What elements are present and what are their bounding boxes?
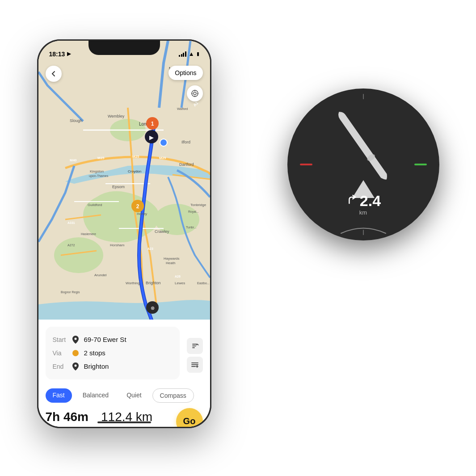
round-device-display: 2.4 km <box>287 88 439 240</box>
route-panel: Start 69-70 Ewer St Via 2 <box>38 320 210 427</box>
go-button[interactable]: Go <box>176 408 203 427</box>
end-label: End <box>53 363 71 370</box>
route-end-row: End Brighton <box>53 360 173 373</box>
svg-text:M25: M25 <box>159 156 166 160</box>
svg-text:A272: A272 <box>67 244 75 247</box>
end-value: Brighton <box>84 362 173 370</box>
turn-unit: km <box>345 209 381 216</box>
round-device: 2.4 km <box>287 88 439 240</box>
svg-point-58 <box>74 364 76 366</box>
tab-fast[interactable]: Fast <box>46 388 72 403</box>
svg-text:A331: A331 <box>67 221 75 224</box>
battery-icon: ▮ <box>197 51 199 57</box>
tab-quiet[interactable]: Quiet <box>119 388 148 403</box>
svg-text:Eastbo...: Eastbo... <box>197 282 210 285</box>
svg-text:Slough: Slough <box>70 118 82 123</box>
indicator-green <box>414 164 427 165</box>
add-waypoint-icon <box>191 361 199 369</box>
turn-distance: 2.4 <box>360 193 381 208</box>
home-indicator <box>97 421 151 423</box>
signal-icon <box>179 51 186 57</box>
indicator-red <box>300 164 312 165</box>
start-label: Start <box>53 336 71 343</box>
svg-text:A23: A23 <box>147 247 153 250</box>
svg-text:Tunbr...: Tunbr... <box>186 226 197 229</box>
chevron-left-icon <box>50 70 57 77</box>
svg-text:A26: A26 <box>175 275 181 278</box>
svg-point-51 <box>192 90 198 97</box>
route-duration: 7h 46m <box>46 410 89 424</box>
phone-notch <box>88 41 160 55</box>
route-via-row: Via 2 stops <box>53 346 173 360</box>
arc-indicator <box>337 221 390 234</box>
svg-text:Horsham: Horsham <box>110 243 125 247</box>
map-area[interactable]: M11 A1 M25 M25 M25 M40 Slough Wembley Lo… <box>38 41 210 327</box>
svg-text:Croydon: Croydon <box>128 169 141 173</box>
sort-button[interactable] <box>187 338 203 354</box>
wifi-icon: ▲ <box>189 51 194 57</box>
svg-text:M25: M25 <box>132 155 139 159</box>
svg-text:2: 2 <box>136 203 139 210</box>
svg-text:Epsom: Epsom <box>112 185 125 189</box>
route-sub-label: Fast route <box>83 426 109 427</box>
options-button[interactable]: Options <box>168 66 202 80</box>
svg-text:Bognor Regis: Bognor Regis <box>61 291 80 294</box>
turn-info: 2.4 km <box>345 193 381 216</box>
route-info-card: Start 69-70 Ewer St Via 2 <box>46 327 180 379</box>
svg-text:Lewes: Lewes <box>175 281 185 285</box>
svg-point-57 <box>72 350 79 356</box>
svg-text:▶: ▶ <box>149 134 154 141</box>
svg-text:Horley: Horley <box>137 212 147 216</box>
location-arrow-icon: ▶ <box>67 51 71 57</box>
bike-icon <box>46 426 58 427</box>
svg-text:Guildford: Guildford <box>88 203 102 207</box>
svg-text:Haywards: Haywards <box>164 257 180 261</box>
turn-right-icon <box>345 194 358 207</box>
svg-text:Watford: Watford <box>177 107 188 110</box>
svg-point-50 <box>194 92 196 95</box>
svg-text:Dartford: Dartford <box>179 162 194 167</box>
svg-text:Tonbridge: Tonbridge <box>190 203 206 207</box>
svg-text:Arundel: Arundel <box>94 273 107 277</box>
via-value: 2 stops <box>84 349 173 357</box>
svg-point-47 <box>160 139 167 146</box>
svg-text:M25: M25 <box>97 156 105 160</box>
svg-text:Crawley: Crawley <box>155 229 169 234</box>
via-dot-icon <box>71 348 80 358</box>
svg-text:Brighton: Brighton <box>146 281 161 285</box>
location-button[interactable] <box>187 85 203 101</box>
phone-device: 18:13 ▶ ▲ ▮ <box>37 39 211 428</box>
svg-text:Ilford: Ilford <box>181 140 190 144</box>
svg-text:⊗: ⊗ <box>150 305 154 311</box>
route-action-buttons <box>187 327 203 384</box>
status-icons: ▲ ▮ <box>179 51 199 57</box>
svg-text:Wembley: Wembley <box>108 114 125 118</box>
via-label: Via <box>53 350 71 357</box>
add-waypoint-button[interactable] <box>187 357 203 373</box>
svg-text:1: 1 <box>151 121 154 127</box>
svg-text:Worthing: Worthing <box>126 281 140 285</box>
route-start-row: Start 69-70 Ewer St <box>53 333 173 346</box>
route-stats: 7h 46m 112.4 km 01:59 • <box>46 408 203 427</box>
route-sub-time: 01:59 <box>61 426 76 427</box>
end-pin-icon <box>71 362 80 371</box>
svg-text:Royal...: Royal... <box>188 210 199 214</box>
start-value: 69-70 Ewer St <box>84 336 173 343</box>
location-icon <box>191 89 199 97</box>
options-label: Options <box>175 69 196 76</box>
back-button[interactable] <box>46 66 62 82</box>
map-svg: M11 A1 M25 M25 M25 M40 Slough Wembley Lo… <box>38 41 210 327</box>
svg-text:Heath: Heath <box>166 261 175 265</box>
sort-icon <box>191 342 199 350</box>
route-sub-info: 01:59 • Fast route <box>46 426 176 427</box>
tab-balanced[interactable]: Balanced <box>76 388 116 403</box>
tab-compass[interactable]: Compass <box>152 388 194 403</box>
route-tabs: Fast Balanced Quiet Compass <box>46 388 203 403</box>
svg-point-56 <box>74 337 76 340</box>
status-time: 18:13 ▶ <box>49 51 71 58</box>
start-pin-icon <box>71 335 80 345</box>
svg-text:Haslemere: Haslemere <box>81 232 96 236</box>
svg-text:upon-Thames: upon-Thames <box>89 174 109 178</box>
svg-text:Kingston: Kingston <box>90 169 104 173</box>
time-display: 18:13 <box>49 51 65 58</box>
